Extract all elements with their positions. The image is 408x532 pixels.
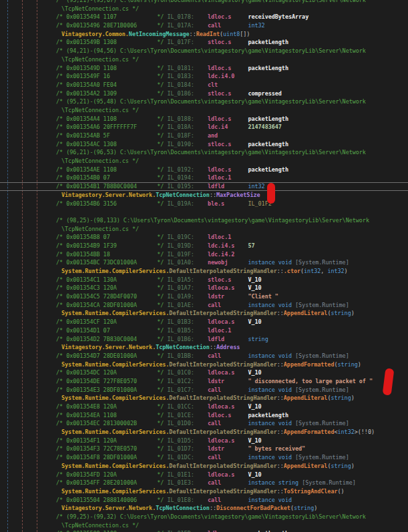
type-ref[interactable]: TcpNetConnection (156, 192, 210, 198)
il-label: IL_01E3: (167, 479, 208, 486)
local-variable[interactable]: V_10 (248, 276, 261, 283)
valuetype-ref[interactable]: DefaultInterpolatedStringHandler (169, 429, 276, 435)
method-ref[interactable]: AppendLiteral (284, 463, 328, 469)
code-line: /* 0x001354B8 07 */ IL_019C: ldloc.1 (0, 233, 408, 242)
namespace-ref[interactable]: Vintagestory.Server.Network. (61, 192, 156, 198)
valuetype-ref[interactable]: DefaultInterpolatedStringHandler (169, 463, 276, 469)
local-variable[interactable]: V_10 (248, 437, 261, 444)
code-line: System.Runtime.CompilerServices.DefaultI… (0, 309, 408, 318)
namespace-ref[interactable]: Vintagestory.Common. (61, 31, 129, 37)
punctuation: :: (277, 361, 284, 368)
namespace-ref[interactable]: System.Runtime.CompilerServices. (61, 463, 169, 469)
field-ref[interactable]: Address (216, 344, 240, 350)
comment-text: /* 0x001354FF 28E201000A */ (56, 479, 167, 486)
local-variable[interactable]: packetLength (248, 141, 288, 148)
valuetype-ref[interactable]: DefaultInterpolatedStringHandler (169, 310, 276, 316)
punctuation: () (338, 488, 345, 495)
il-label: IL_01A5: (167, 276, 208, 283)
local-variable[interactable]: V_10 (248, 284, 261, 291)
il-opcode: ldloca.s (208, 284, 248, 291)
il-opcode: ldloca.s (208, 437, 248, 444)
comment-text: /* (96,21)-(96,53) C:\Users\Tyron\Docume… (56, 149, 366, 156)
method-ref[interactable]: AppendFormatted (284, 429, 335, 435)
method-ref[interactable]: ToStringAndClear (284, 488, 338, 495)
namespace-ref[interactable]: System.Runtime.CompilerServices. (61, 310, 169, 316)
code-line: /* 0x001354A6 20FFFFFF7F */ IL_018A: ldc… (0, 123, 408, 131)
field-ref[interactable]: MaxPacketSize (216, 192, 260, 198)
code-line: /* 0x001354C5 728D4F0070 */ IL_01A9: lds… (0, 292, 408, 301)
local-variable[interactable]: packetLength (248, 39, 288, 45)
code-line: /* 0x0013549F 16 */ IL_0183: ldc.i4.0 (0, 72, 408, 81)
namespace-ref[interactable]: System.Runtime.CompilerServices. (61, 361, 169, 368)
code-line: /* 0x001354F1 120A */ IL_01D5: ldloca.s … (0, 437, 408, 445)
il-opcode: call (208, 479, 248, 486)
code-line (0, 208, 408, 216)
il-opcode: call (208, 420, 248, 427)
il-label: IL_01B3: (167, 318, 208, 325)
il-opcode: ldc.i4.2 (208, 251, 234, 258)
type-ref[interactable]: TcpNetConnection (156, 344, 210, 350)
punctuation: ) (351, 310, 355, 316)
code-line: /* (99,25)-(99,32) C:\Users\Tyron\Docume… (0, 513, 408, 521)
local-variable[interactable]: packetLength (248, 412, 288, 419)
comment-text: /* 0x001354FD 120A */ (56, 471, 167, 478)
il-label: IL_018A: (167, 123, 208, 130)
code-line: System.Runtime.CompilerServices.DefaultI… (0, 394, 408, 403)
method-ref[interactable]: DisconnectForBadPacket (216, 505, 290, 511)
il-label: IL_01DC: (167, 454, 208, 461)
namespace-ref[interactable]: System.Runtime.CompilerServices. (61, 429, 169, 435)
method-ref[interactable]: AppendLiteral (284, 310, 328, 316)
local-variable[interactable]: packetLength (248, 166, 288, 173)
il-label: IL_01A7: (167, 284, 208, 291)
local-variable[interactable]: compressed (248, 90, 281, 97)
method-ref[interactable]: ReadInt (196, 31, 220, 37)
local-variable[interactable]: packetLength (248, 65, 288, 71)
code-line: \TcpNetConnection.cs */ (0, 55, 408, 64)
method-ref[interactable]: .ctor (284, 268, 300, 274)
code-line: \TcpNetConnection.cs */ (0, 157, 408, 166)
local-variable[interactable]: V_10 (248, 471, 261, 478)
local-variable[interactable]: packetLength (248, 115, 288, 122)
type-ref[interactable]: TcpNetConnection (156, 505, 210, 511)
comment-text: /* 0x001354C3 120A */ (56, 284, 167, 291)
code-area[interactable]: /* (93,21)-(93,67) C:\Users\Tyron\Docume… (0, 0, 408, 532)
il-label: IL_01D7: (167, 445, 208, 452)
method-ref[interactable]: AppendFormatted (284, 361, 335, 368)
valuetype-ref[interactable]: DefaultInterpolatedStringHandler (169, 488, 276, 495)
il-label: IL_0194: (167, 174, 208, 181)
valuetype-ref[interactable]: DefaultInterpolatedStringHandler (169, 361, 276, 368)
namespace-ref[interactable]: Vintagestory.Server.Network. (61, 505, 156, 511)
comment-text: /* 0x001354E3 28DF01000A */ (56, 386, 167, 393)
namespace-ref[interactable]: System.Runtime.CompilerServices. (61, 488, 169, 495)
comment-text: /* 0x001354C1 130A */ (56, 276, 167, 283)
valuetype-ref[interactable]: DefaultInterpolatedStringHandler (169, 394, 276, 401)
code-line: /* 0x001354A4 1108 */ IL_0188: ldloc.s p… (0, 115, 408, 123)
code-line: /* 0x001354BB 18 */ IL_019F: ldc.i4.2 (0, 250, 408, 259)
il-label: IL_019F: (167, 251, 208, 258)
namespace-ref[interactable]: System.Runtime.CompilerServices. (61, 394, 169, 401)
il-label: IL_01D0: (167, 420, 208, 427)
il-label: IL_0178: (167, 13, 208, 20)
namespace-ref[interactable]: Vintagestory.Server.Network. (61, 344, 156, 350)
keyword: int32 (338, 429, 355, 435)
punctuation: :: (277, 268, 284, 274)
namespace-ref[interactable]: System.Runtime.CompilerServices. (61, 268, 169, 274)
il-opcode: ldc.i4.s (208, 242, 248, 249)
assembly-ref: [System.Runtime] (295, 352, 349, 359)
code-line: /* 0x001354B6 3156 */ IL_019A: ble.s IL_… (0, 200, 408, 208)
il-label: IL_0186: (167, 90, 208, 97)
il-opcode: ldloc.1 (208, 234, 231, 240)
il-opcode: call (208, 454, 248, 461)
code-line: \TcpNetConnection.cs */ (0, 225, 408, 234)
local-variable[interactable]: receivedBytesArray (248, 13, 309, 20)
local-variable[interactable]: V_10 (248, 369, 261, 376)
local-variable[interactable]: V_10 (248, 403, 261, 410)
comment-text: \TcpNetConnection.cs */ (61, 107, 139, 113)
il-label: IL_01E8: (167, 497, 208, 503)
method-ref[interactable]: AppendLiteral (284, 394, 328, 401)
il-opcode: call (208, 302, 248, 308)
local-variable[interactable]: V_10 (248, 318, 261, 325)
valuetype-ref[interactable]: DefaultInterpolatedStringHandler (169, 268, 276, 274)
comment-text: /* 0x001354B9 1F39 */ (56, 242, 167, 249)
type-ref[interactable]: NetIncomingMessage (129, 31, 190, 37)
